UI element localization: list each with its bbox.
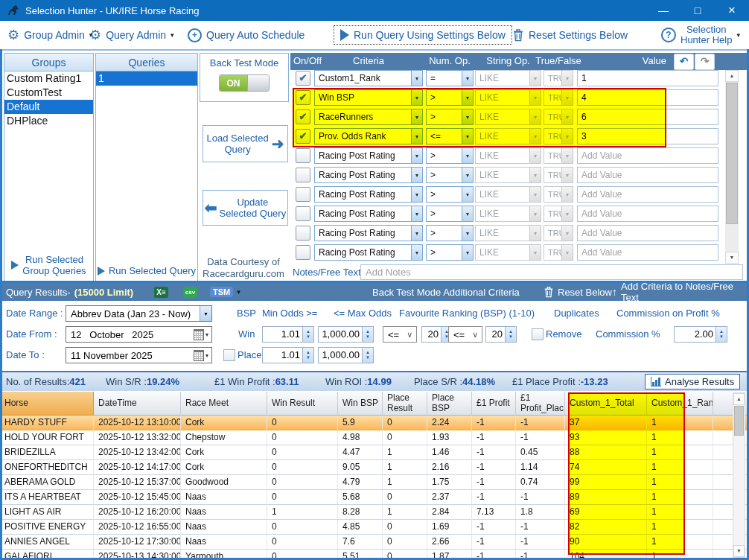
value-input[interactable]: Add Value bbox=[577, 225, 718, 241]
column-header[interactable]: Place BSP bbox=[427, 392, 472, 416]
column-header[interactable]: Race Meet bbox=[181, 392, 267, 416]
truefalse-select[interactable]: TRUE▾ bbox=[544, 128, 573, 144]
notes-input[interactable]: Add Notes bbox=[360, 264, 743, 280]
scroll-down-icon[interactable]: ▼ bbox=[733, 545, 745, 557]
criteria-select[interactable]: Racing Post Rating▾ bbox=[314, 244, 423, 261]
column-header[interactable]: Place Result bbox=[383, 392, 427, 416]
table-row[interactable]: HARDY STUFF2025-10-12 13:10:00Cork05.902… bbox=[0, 416, 749, 430]
run-selected-group-queries-button[interactable]: Run SelectedGroup Queries bbox=[4, 254, 93, 276]
table-scrollbar[interactable]: ▲ ▼ bbox=[733, 392, 745, 558]
num-op-select[interactable]: <=▾ bbox=[426, 128, 474, 144]
query-auto-schedule-button[interactable]: + Query Auto Schedule bbox=[188, 21, 305, 49]
string-op-select[interactable]: LIKE▾ bbox=[475, 206, 541, 222]
minimize-button[interactable]: — bbox=[646, 0, 681, 21]
value-input[interactable]: 4 bbox=[577, 89, 718, 106]
value-input[interactable]: Add Value bbox=[577, 186, 718, 203]
criteria-select[interactable]: Custom1_Rank▾ bbox=[314, 70, 423, 86]
value-input[interactable]: 6 bbox=[577, 109, 718, 125]
query-admin-menu[interactable]: ⚙ Query Admin ▾ bbox=[89, 21, 174, 49]
criteria-select[interactable]: Racing Post Rating▾ bbox=[314, 225, 423, 241]
group-list-item[interactable]: CustomTest bbox=[4, 86, 93, 100]
criteria-select[interactable]: Racing Post Rating▾ bbox=[314, 147, 423, 164]
criteria-checkbox[interactable] bbox=[296, 206, 310, 221]
truefalse-select[interactable]: TRUE▾ bbox=[544, 244, 573, 261]
value-input[interactable]: Add Value bbox=[577, 167, 718, 183]
truefalse-select[interactable]: TRUE▾ bbox=[544, 109, 573, 125]
value-input[interactable]: Add Value bbox=[577, 206, 718, 222]
update-selected-query-button[interactable]: ⬅ UpdateSelected Query bbox=[203, 190, 288, 226]
criteria-checkbox[interactable] bbox=[296, 187, 310, 202]
fav-rank-value2-spinner[interactable]: 20 ▲▼ bbox=[485, 326, 517, 343]
group-list-item[interactable]: Default bbox=[4, 100, 93, 114]
run-query-button[interactable]: Run Query Using Settings Below bbox=[334, 25, 512, 45]
num-op-select[interactable]: >▾ bbox=[426, 109, 474, 125]
string-op-select[interactable]: LIKE▾ bbox=[475, 147, 541, 164]
column-header[interactable]: DateTime bbox=[94, 392, 181, 416]
num-op-select[interactable]: >▾ bbox=[426, 225, 474, 241]
scroll-up-icon[interactable]: ▲ bbox=[725, 70, 739, 82]
string-op-select[interactable]: LIKE▾ bbox=[475, 70, 541, 86]
criteria-checkbox[interactable] bbox=[296, 148, 310, 163]
column-header[interactable]: Custom_1_Rank bbox=[647, 392, 713, 416]
criteria-select[interactable]: Racing Post Rating▾ bbox=[314, 186, 423, 203]
criteria-checkbox[interactable] bbox=[296, 226, 310, 241]
group-list-item[interactable]: DHPlace bbox=[4, 114, 93, 128]
num-op-select[interactable]: >▾ bbox=[426, 244, 474, 261]
column-header[interactable]: £1 Profit bbox=[472, 392, 516, 416]
redo-button[interactable]: ↷ bbox=[695, 54, 715, 70]
num-op-select[interactable]: >▾ bbox=[426, 206, 474, 222]
value-input[interactable]: 1 bbox=[577, 70, 718, 86]
win-max-odds-spinner[interactable]: 1,000.00 ▲▼ bbox=[318, 326, 374, 343]
criteria-checkbox[interactable]: ✔ bbox=[296, 129, 310, 144]
value-input[interactable]: Add Value bbox=[577, 244, 718, 261]
criteria-checkbox[interactable]: ✔ bbox=[296, 109, 310, 124]
criteria-checkbox[interactable] bbox=[296, 245, 310, 260]
query-list-item[interactable]: 1 bbox=[96, 71, 197, 86]
table-row[interactable]: ONEFORTHEDITCH2025-10-12 14:17:00Cork09.… bbox=[0, 460, 749, 475]
num-op-select[interactable]: >▾ bbox=[426, 147, 474, 164]
string-op-select[interactable]: LIKE▾ bbox=[475, 244, 541, 261]
place-max-odds-spinner[interactable]: 1,000.00 ▲▼ bbox=[318, 347, 374, 363]
group-list-item[interactable]: Custom Rating1 bbox=[4, 71, 93, 86]
column-header[interactable]: Custom_1_Total bbox=[565, 392, 647, 416]
undo-button[interactable]: ↶ bbox=[674, 54, 694, 70]
string-op-select[interactable]: LIKE▾ bbox=[475, 128, 541, 144]
close-button[interactable]: × bbox=[715, 0, 749, 21]
date-range-select[interactable]: Abbrev Data (Jan 23 - Now) ▾ bbox=[66, 305, 212, 322]
criteria-select[interactable]: Win BSP▾ bbox=[314, 89, 423, 106]
criteria-select[interactable]: RaceRunners▾ bbox=[314, 109, 423, 125]
scrollbar-thumb[interactable] bbox=[734, 406, 744, 436]
num-op-select[interactable]: >▾ bbox=[426, 167, 474, 183]
table-row[interactable]: BRIDEZILLA2025-10-12 13:42:00Cork04.4711… bbox=[0, 445, 749, 460]
commission-spinner[interactable]: 2.00 ▲▼ bbox=[674, 326, 727, 343]
num-op-select[interactable]: =▾ bbox=[426, 70, 474, 86]
reset-settings-button[interactable]: Reset Settings Below bbox=[512, 21, 628, 49]
criteria-select[interactable]: Racing Post Rating▾ bbox=[314, 167, 423, 183]
fav-rank-op2-select[interactable]: <= ∨ bbox=[448, 326, 482, 343]
column-header[interactable]: Horse bbox=[0, 392, 94, 416]
column-header[interactable]: Win BSP bbox=[338, 392, 383, 416]
value-input[interactable]: 3 bbox=[577, 128, 718, 144]
column-header[interactable]: Win Result bbox=[267, 392, 338, 416]
string-op-select[interactable]: LIKE▾ bbox=[475, 89, 541, 106]
truefalse-select[interactable]: TRUE▾ bbox=[544, 147, 573, 164]
column-header[interactable]: £1 Profit_Plac bbox=[516, 392, 565, 416]
truefalse-select[interactable]: TRUE▾ bbox=[544, 167, 573, 183]
string-op-select[interactable]: LIKE▾ bbox=[475, 167, 541, 183]
place-min-odds-spinner[interactable]: 1.01 ▲▼ bbox=[262, 347, 314, 363]
run-selected-query-button[interactable]: Run Selected Query bbox=[96, 265, 197, 276]
fav-rank-op1-select[interactable]: <= ∨ bbox=[383, 326, 417, 343]
scroll-up-icon[interactable]: ▲ bbox=[733, 393, 745, 405]
criteria-select[interactable]: Prov. Odds Rank▾ bbox=[314, 128, 423, 144]
table-row[interactable]: ANNIES ANGEL2025-10-12 17:30:00Naas07.60… bbox=[0, 535, 749, 550]
value-input[interactable]: Add Value bbox=[577, 147, 718, 164]
scrollbar-thumb[interactable] bbox=[726, 83, 738, 224]
truefalse-select[interactable]: TRUE▾ bbox=[544, 89, 573, 106]
criteria-checkbox[interactable]: ✔ bbox=[296, 90, 310, 105]
truefalse-select[interactable]: TRUE▾ bbox=[544, 70, 573, 86]
criteria-checkbox[interactable]: ✔ bbox=[296, 71, 310, 86]
add-criteria-to-notes-button[interactable]: ↑ Add Criteria to Notes/Free Text bbox=[612, 283, 749, 301]
export-csv-button[interactable]: csv bbox=[183, 283, 197, 301]
analyse-results-button[interactable]: Analyse Results bbox=[645, 374, 740, 389]
tsm-menu[interactable]: TSM ▾ bbox=[210, 283, 240, 301]
